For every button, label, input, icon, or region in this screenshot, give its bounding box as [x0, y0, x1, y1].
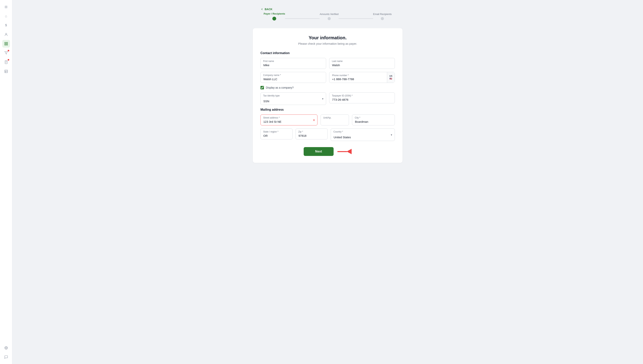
filter-icon[interactable]	[2, 49, 10, 57]
step-amounts-label: Amounts Verified	[319, 13, 339, 16]
person-icon[interactable]	[2, 31, 10, 38]
arrow-head	[347, 149, 352, 154]
contact-section-title: Contact information	[260, 52, 395, 55]
phone-field: Phone number * US 🇺🇸	[329, 72, 395, 83]
next-btn-container: Next	[260, 147, 395, 156]
main-content: BACK Payer / Recipients Amounts Verified…	[12, 0, 643, 364]
step-email-label: Email Recipients	[373, 13, 392, 16]
last-name-input[interactable]	[329, 58, 395, 69]
first-name-input[interactable]	[260, 58, 326, 69]
form-container: Your information. Please check your info…	[253, 28, 403, 163]
unit-field: Unit/Ap.	[320, 114, 349, 126]
tax-identity-select[interactable]: SSN	[260, 92, 326, 105]
page-subtitle: Please check your information being as p…	[260, 42, 395, 45]
step-line-1	[285, 18, 319, 19]
sidebar: ⊞ ⌂ $	[0, 0, 12, 364]
mailing-section-title: Mailing address	[260, 108, 395, 112]
country-value: United States	[334, 134, 351, 139]
step-email-dot	[381, 17, 384, 20]
tax-row: Tax identity type SSN ▾ Taxpayer ID (SSN…	[260, 92, 395, 105]
state-zip-country-row: State / region * Zip * Country * United …	[260, 128, 395, 141]
chat-icon[interactable]	[2, 353, 10, 361]
svg-rect-3	[5, 44, 6, 45]
company-phone-row: Company name * Phone number * US 🇺🇸	[260, 72, 395, 83]
city-input[interactable]	[352, 114, 395, 126]
unit-input[interactable]	[320, 114, 349, 126]
dollar-icon[interactable]: $	[2, 22, 10, 29]
back-button[interactable]: BACK	[260, 8, 272, 11]
step-amounts-verified: Amounts Verified	[319, 13, 339, 20]
first-name-field: First name	[260, 58, 326, 69]
grid-icon[interactable]: ⊞	[2, 3, 10, 11]
tax-identity-field: Tax identity type SSN ▾	[260, 92, 326, 105]
display-company-checkbox[interactable]	[260, 86, 264, 89]
taxpayer-id-field: Taxpayer ID (SSN) *	[329, 92, 395, 105]
taxpayer-id-input[interactable]	[329, 92, 395, 103]
page-title: Your information.	[260, 35, 395, 40]
back-label: BACK	[265, 8, 272, 11]
street-field: Street address * ✕	[260, 114, 317, 126]
state-field: State / region *	[260, 128, 292, 141]
svg-rect-2	[6, 42, 8, 44]
svg-rect-10	[5, 70, 8, 73]
street-clear-icon[interactable]: ✕	[313, 118, 315, 122]
progress-bar: Payer / Recipients Amounts Verified Emai…	[260, 12, 395, 20]
svg-point-0	[5, 33, 7, 34]
doc-icon[interactable]	[2, 58, 10, 66]
step-payer-recipients: Payer / Recipients	[263, 12, 285, 20]
display-company-label[interactable]: Display as a company?	[266, 86, 294, 89]
step-payer-dot	[272, 17, 276, 20]
phone-country-selector[interactable]: US 🇺🇸	[387, 72, 395, 83]
last-name-field: Last name	[329, 58, 395, 69]
tax-identity-value: SSN	[263, 98, 269, 103]
name-row: First name Last name	[260, 58, 395, 69]
company-name-field: Company name *	[260, 72, 326, 83]
zip-field: Zip *	[295, 128, 328, 141]
arrow-shaft	[338, 151, 347, 152]
step-payer-label: Payer / Recipients	[263, 12, 285, 15]
svg-rect-1	[5, 42, 6, 44]
chart-icon[interactable]	[2, 40, 10, 48]
city-field: City *	[352, 114, 395, 126]
step-amounts-dot	[328, 17, 331, 20]
phone-country-code: US	[390, 75, 392, 77]
street-row: Street address * ✕ Unit/Ap. City *	[260, 114, 395, 126]
company-name-input[interactable]	[260, 72, 326, 83]
svg-point-15	[5, 347, 7, 349]
step-line-2	[339, 18, 373, 19]
arrow-indicator	[338, 149, 352, 154]
next-button[interactable]: Next	[304, 147, 334, 156]
svg-rect-4	[6, 44, 8, 45]
progress-top: BACK	[260, 8, 395, 11]
step-email-recipients: Email Recipients	[373, 13, 392, 20]
street-input[interactable]	[260, 114, 317, 126]
country-field: Country * United States ▾	[331, 128, 395, 141]
country-select[interactable]: United States	[331, 128, 395, 141]
table-icon[interactable]	[2, 68, 10, 75]
state-input[interactable]	[260, 128, 292, 140]
display-company-row: Display as a company?	[260, 86, 395, 89]
steps: Payer / Recipients Amounts Verified Emai…	[260, 12, 395, 20]
zip-input[interactable]	[295, 128, 328, 140]
support-icon[interactable]	[2, 344, 10, 352]
svg-marker-5	[5, 52, 8, 54]
home-icon[interactable]: ⌂	[2, 12, 10, 20]
phone-input[interactable]	[329, 72, 387, 83]
